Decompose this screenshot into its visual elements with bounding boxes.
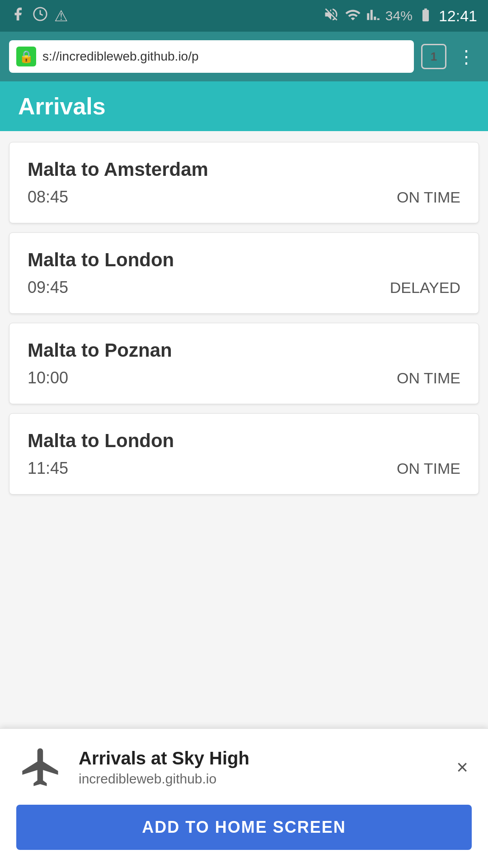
status-bar-right: 34% 12:41	[323, 6, 477, 26]
flight-details: 10:00 ON TIME	[28, 368, 460, 387]
add-to-home-banner: Arrivals at Sky High incredibleweb.githu…	[0, 728, 488, 868]
flight-details: 08:45 ON TIME	[28, 188, 460, 207]
mute-icon	[323, 6, 339, 26]
lock-icon: 🔒	[16, 47, 36, 66]
browser-menu-button[interactable]: ⋮	[454, 46, 479, 67]
flight-route: Malta to Amsterdam	[28, 159, 460, 180]
banner-info: Arrivals at Sky High incredibleweb.githu…	[16, 742, 249, 792]
add-btn-label: ADD TO HOME SCREEN	[142, 818, 346, 837]
battery-percent: 34%	[385, 8, 413, 24]
plane-icon	[16, 742, 66, 792]
flight-route: Malta to Poznan	[28, 340, 460, 361]
flight-details: 09:45 DELAYED	[28, 278, 460, 297]
banner-close-button[interactable]: ×	[453, 752, 472, 782]
flight-time: 09:45	[28, 278, 68, 297]
flights-list: Malta to Amsterdam 08:45 ON TIME Malta t…	[0, 131, 488, 505]
url-text: s://incredibleweb.github.io/p	[42, 49, 407, 64]
flight-status: DELAYED	[390, 279, 460, 297]
flight-card[interactable]: Malta to London 09:45 DELAYED	[9, 232, 479, 314]
flight-card[interactable]: Malta to London 11:45 ON TIME	[9, 413, 479, 495]
flight-status: ON TIME	[397, 369, 460, 387]
banner-title: Arrivals at Sky High	[79, 748, 249, 769]
banner-text-block: Arrivals at Sky High incredibleweb.githu…	[79, 748, 249, 787]
add-to-home-screen-button[interactable]: ADD TO HOME SCREEN	[16, 805, 472, 850]
address-bar[interactable]: 🔒 s://incredibleweb.github.io/p	[9, 40, 414, 73]
banner-url: incredibleweb.github.io	[79, 771, 249, 787]
warning-icon: ⚠	[54, 7, 68, 25]
flight-card[interactable]: Malta to Amsterdam 08:45 ON TIME	[9, 142, 479, 223]
status-bar-left: ⚠	[11, 6, 68, 25]
flight-details: 11:45 ON TIME	[28, 459, 460, 478]
banner-top: Arrivals at Sky High incredibleweb.githu…	[16, 742, 472, 792]
flight-status: ON TIME	[397, 189, 460, 206]
browser-bar: 🔒 s://incredibleweb.github.io/p 1 ⋮	[0, 32, 488, 81]
wifi-icon	[345, 7, 361, 25]
flight-time: 08:45	[28, 188, 68, 207]
signal-icon	[366, 8, 380, 24]
page-title: Arrivals	[18, 93, 106, 120]
app-header: Arrivals	[0, 81, 488, 131]
facebook-icon	[11, 6, 26, 25]
sync-icon	[33, 6, 48, 25]
flight-status: ON TIME	[397, 460, 460, 477]
flight-route: Malta to London	[28, 430, 460, 452]
tab-count-button[interactable]: 1	[421, 44, 446, 69]
battery-icon	[418, 7, 433, 24]
flight-time: 10:00	[28, 368, 68, 387]
flight-card[interactable]: Malta to Poznan 10:00 ON TIME	[9, 323, 479, 404]
status-time: 12:41	[439, 7, 477, 25]
flight-time: 11:45	[28, 459, 68, 478]
status-bar: ⚠ 34% 12:41	[0, 0, 488, 32]
flight-route: Malta to London	[28, 249, 460, 271]
